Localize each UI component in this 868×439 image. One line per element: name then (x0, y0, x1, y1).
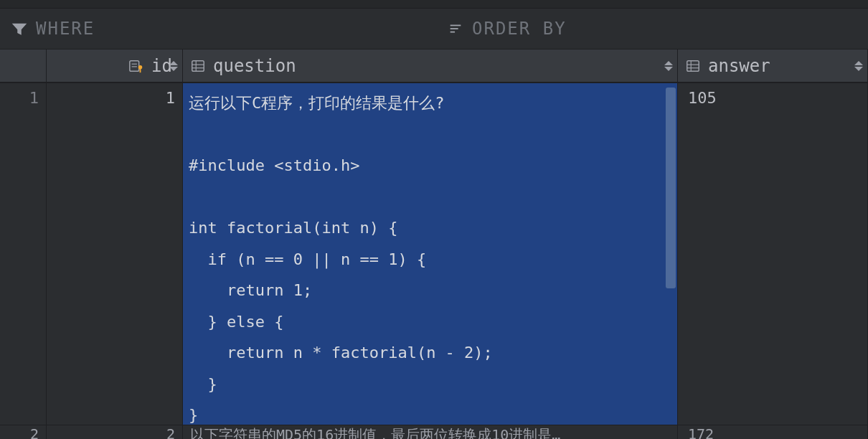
table-row[interactable]: 2 2 以下字符串的MD5的16进制值，最后两位转换成10进制是… 172 (0, 425, 868, 439)
where-filter[interactable]: WHERE (0, 9, 436, 49)
cell-question-text: 运行以下C程序，打印的结果是什么? #include <stdio.h> int… (189, 94, 493, 424)
cell-question[interactable]: 运行以下C程序，打印的结果是什么? #include <stdio.h> int… (183, 83, 678, 435)
data-grid: 1 1 运行以下C程序，打印的结果是什么? #include <stdio.h>… (0, 83, 868, 439)
table-column-icon (190, 58, 206, 74)
cell-question[interactable]: 以下字符串的MD5的16进制值，最后两位转换成10进制是… (183, 425, 678, 439)
svg-rect-12 (687, 60, 699, 71)
top-toolbar-strip (0, 0, 868, 9)
cell-rownum: 2 (0, 425, 47, 439)
cell-rownum: 1 (0, 83, 47, 435)
table-row[interactable]: 1 1 运行以下C程序，打印的结果是什么? #include <stdio.h>… (0, 83, 868, 435)
table-column-icon (685, 58, 701, 74)
cell-answer[interactable]: 172 (678, 425, 868, 439)
sort-toggle-answer[interactable] (854, 61, 863, 71)
header-answer-label: answer (708, 56, 770, 76)
sort-toggle-id[interactable] (169, 61, 178, 71)
cell-answer[interactable]: 105 (678, 83, 868, 435)
header-rownum[interactable] (0, 49, 47, 82)
scrollbar-thumb[interactable] (666, 88, 676, 288)
orderby-label: ORDER BY (472, 19, 567, 39)
svg-rect-3 (130, 60, 139, 71)
sort-icon (448, 21, 463, 37)
filter-icon (11, 21, 27, 37)
table-header-row: id question answer (0, 49, 868, 83)
header-question-label: question (213, 56, 296, 76)
filter-bar: WHERE ORDER BY (0, 9, 868, 49)
header-answer[interactable]: answer (678, 49, 868, 82)
sort-toggle-question[interactable] (664, 61, 673, 71)
svg-rect-7 (140, 68, 141, 72)
header-id[interactable]: id (47, 49, 183, 82)
svg-rect-8 (192, 60, 204, 71)
header-question[interactable]: question (183, 49, 678, 82)
cell-id[interactable]: 1 (47, 83, 183, 435)
orderby-filter[interactable]: ORDER BY (436, 9, 868, 49)
key-column-icon (128, 58, 144, 74)
cell-id[interactable]: 2 (47, 425, 183, 439)
where-label: WHERE (36, 19, 95, 39)
